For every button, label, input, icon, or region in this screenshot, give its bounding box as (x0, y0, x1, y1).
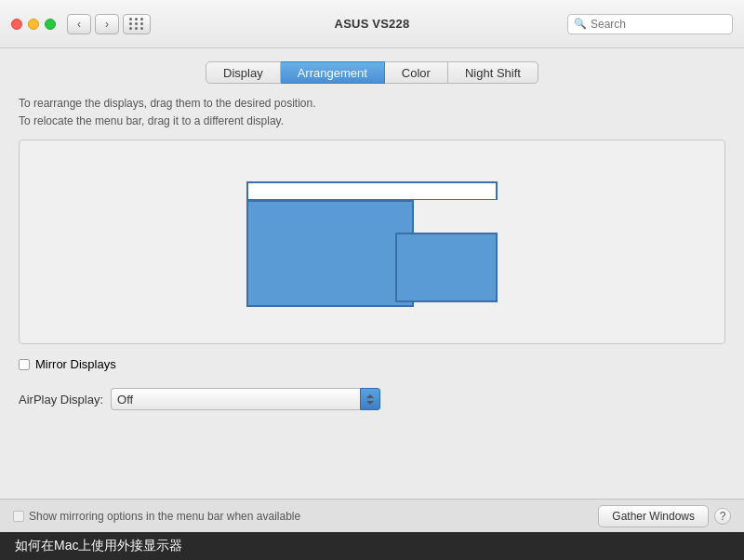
maximize-button[interactable] (45, 19, 56, 30)
airplay-stepper[interactable] (360, 388, 380, 410)
display-container (246, 181, 498, 302)
arrangement-box (19, 140, 725, 344)
back-button[interactable]: ‹ (67, 14, 91, 34)
close-button[interactable] (11, 19, 22, 30)
tab-arrangement[interactable]: Arrangement (281, 61, 385, 84)
airplay-value: Off (117, 393, 133, 407)
display-secondary[interactable] (395, 233, 498, 302)
controls-bar: Show mirroring options in the menu bar w… (0, 499, 744, 532)
tabs: Display Arrangement Color Night Shift (19, 61, 725, 84)
airplay-select[interactable]: Off (111, 388, 360, 410)
stepper-down-icon (366, 401, 374, 405)
mirroring-option-row: Show mirroring options in the menu bar w… (13, 510, 598, 523)
description: To rearrange the displays, drag them to … (19, 95, 725, 130)
bottom-bar: 如何在Mac上使用外接显示器 (0, 532, 744, 560)
airplay-row: AirPlay Display: Off (19, 388, 725, 410)
search-bar[interactable]: 🔍 (567, 14, 733, 34)
description-line1: To rearrange the displays, drag them to … (19, 95, 725, 113)
tab-display[interactable]: Display (206, 61, 281, 84)
search-input[interactable] (591, 18, 726, 31)
display-menubar (246, 181, 498, 200)
title-bar: ‹ › ASUS VS228 🔍 (0, 0, 744, 48)
bottom-bar-text: 如何在Mac上使用外接显示器 (15, 538, 729, 554)
nav-buttons: ‹ › (67, 14, 119, 34)
mirror-checkbox[interactable] (19, 359, 30, 370)
tab-color[interactable]: Color (385, 61, 448, 84)
content-area: Display Arrangement Color Night Shift To… (0, 48, 744, 530)
stepper-up-icon (366, 394, 374, 398)
mirroring-option-label: Show mirroring options in the menu bar w… (29, 510, 300, 523)
airplay-label: AirPlay Display: (19, 393, 103, 407)
minimize-button[interactable] (28, 19, 39, 30)
display-main[interactable] (246, 200, 414, 307)
help-button[interactable]: ? (714, 508, 731, 525)
mirroring-option-checkbox[interactable] (13, 511, 24, 522)
mirror-row: Mirror Displays (19, 357, 725, 371)
forward-button[interactable]: › (95, 14, 119, 34)
mirror-label: Mirror Displays (35, 357, 116, 371)
description-line2: To relocate the menu bar, drag it to a d… (19, 113, 725, 130)
grid-button[interactable] (123, 14, 151, 34)
window-title: ASUS VS228 (335, 17, 410, 31)
search-icon: 🔍 (574, 18, 587, 30)
traffic-lights (11, 19, 56, 30)
gather-windows-button[interactable]: Gather Windows (598, 505, 709, 527)
tab-night-shift[interactable]: Night Shift (448, 61, 538, 84)
